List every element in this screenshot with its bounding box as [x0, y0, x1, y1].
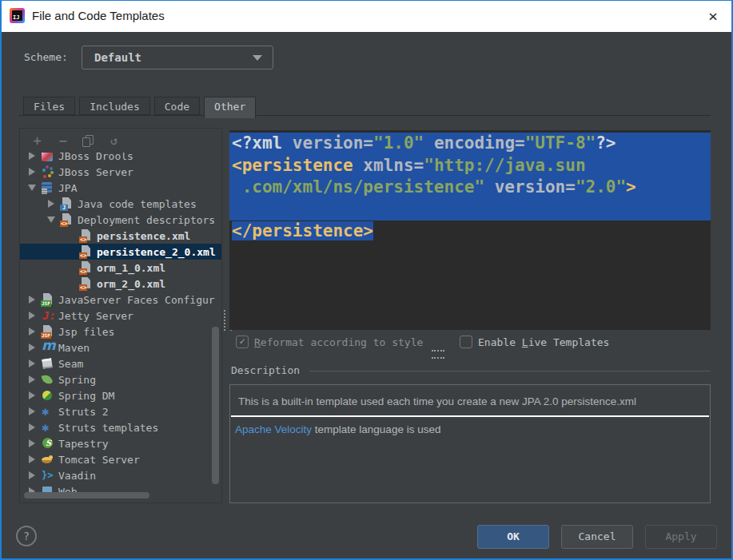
- tree-item-struts-2[interactable]: Struts 2: [20, 403, 221, 419]
- tree-item-jboss-drools[interactable]: JBoss Drools: [20, 153, 221, 164]
- tapestry-icon: [41, 437, 54, 450]
- tree-item-orm-1-0-xml[interactable]: orm_1_0.xml: [20, 260, 221, 276]
- code-line-5: </persistence>: [229, 220, 711, 243]
- chevron-down-icon: [253, 55, 262, 61]
- ok-button[interactable]: OK: [477, 525, 549, 549]
- code-line-3: .com/xml/ns/persistence" version="2.0">: [229, 177, 711, 199]
- chevron-collapsed-icon[interactable]: [23, 407, 41, 415]
- tree-item-struts-templates[interactable]: Struts templates: [20, 419, 221, 435]
- apache-velocity-link[interactable]: Apache Velocity: [235, 423, 312, 435]
- reset-icon[interactable]: ↺: [107, 134, 121, 148]
- maven-icon: [41, 341, 54, 354]
- editor-splitter-handle[interactable]: [432, 350, 444, 359]
- tree-item-java-code-templates[interactable]: Java code templates: [20, 196, 221, 212]
- chevron-collapsed-icon[interactable]: [23, 312, 41, 320]
- tree-item-deployment-descriptors[interactable]: Deployment descriptors: [20, 212, 221, 228]
- chevron-collapsed-icon[interactable]: [23, 391, 41, 399]
- tree-item-spring[interactable]: Spring: [20, 371, 221, 387]
- tree-item-label: persistence_2_0.xml: [97, 246, 216, 258]
- intellij-logo-icon: [10, 8, 25, 23]
- vaadin-icon: [41, 469, 54, 482]
- reformat-checkbox[interactable]: ✓: [236, 336, 249, 348]
- spring-icon: [41, 373, 54, 386]
- tree-item-orm-2-0-xml[interactable]: orm_2_0.xml: [20, 276, 221, 292]
- tree-item-spring-dm[interactable]: Spring DM: [20, 387, 221, 403]
- tree-item-label: JBoss Server: [58, 166, 133, 178]
- jetty-icon: [41, 309, 54, 322]
- chevron-collapsed-icon[interactable]: [23, 168, 41, 176]
- tree-item-vaadin[interactable]: Vaadin: [20, 467, 221, 483]
- tree-item-label: Struts templates: [58, 422, 158, 434]
- chevron-collapsed-icon[interactable]: [23, 455, 41, 463]
- file-jsf-icon: [41, 293, 54, 306]
- jboss-drools-icon: [41, 153, 54, 162]
- tree-item-label: Spring: [58, 374, 96, 386]
- tree-item-javaserver-faces-configur[interactable]: JavaServer Faces Configur: [20, 292, 221, 308]
- tree-item-seam[interactable]: Seam: [20, 355, 221, 371]
- tree-scroll-area[interactable]: JBoss DroolsJBoss ServerJPAJava code tem…: [20, 153, 221, 502]
- tree-toolbar: +−↺: [20, 129, 221, 153]
- description-text: This is a built-in template used each ti…: [238, 395, 636, 407]
- scheme-combobox[interactable]: Default: [82, 46, 273, 70]
- chevron-collapsed-icon[interactable]: [23, 328, 41, 336]
- tree-item-label: Vaadin: [58, 470, 96, 482]
- titlebar: File and Code Templates ×: [0, 0, 733, 32]
- tree-item-tapestry[interactable]: Tapestry: [20, 435, 221, 451]
- reformat-checkbox-label: Reformat according to style: [254, 336, 423, 348]
- chevron-expanded-icon[interactable]: [23, 185, 41, 191]
- template-code-editor[interactable]: <?xml version="1.0" encoding="UTF-8"?><p…: [229, 130, 711, 330]
- tab-includes[interactable]: Includes: [79, 97, 150, 115]
- tree-item-persistence-2-0-xml[interactable]: persistence_2_0.xml: [20, 244, 221, 260]
- file-xml-icon: [79, 245, 92, 258]
- close-icon[interactable]: ×: [701, 4, 725, 28]
- add-icon[interactable]: +: [30, 134, 44, 148]
- tab-bar: FilesIncludesCodeOther: [23, 97, 256, 118]
- file-xml-icon: [79, 277, 92, 290]
- description-panel: This is a built-in template used each ti…: [229, 384, 711, 503]
- tab-code[interactable]: Code: [154, 97, 200, 115]
- tree-item-jetty-server[interactable]: Jetty Server: [20, 308, 221, 324]
- tree-item-label: orm_2_0.xml: [97, 278, 165, 290]
- chevron-collapsed-icon[interactable]: [23, 375, 41, 383]
- chevron-collapsed-icon[interactable]: [23, 344, 41, 351]
- file-xml-icon: [79, 261, 92, 274]
- tree-item-label: Spring DM: [58, 390, 114, 402]
- tree-item-jpa[interactable]: JPA: [20, 180, 221, 196]
- chevron-collapsed-icon[interactable]: [23, 359, 41, 367]
- file-xml-icon: [60, 213, 73, 226]
- chevron-collapsed-icon[interactable]: [23, 296, 41, 304]
- chevron-collapsed-icon[interactable]: [42, 200, 60, 208]
- tree-item-label: JPA: [58, 182, 77, 194]
- live-templates-checkbox[interactable]: [460, 336, 472, 348]
- tree-item-jboss-server[interactable]: JBoss Server: [20, 164, 221, 180]
- remove-icon[interactable]: −: [56, 134, 70, 148]
- tree-item-label: JBoss Drools: [58, 153, 133, 162]
- tab-other[interactable]: Other: [204, 97, 256, 118]
- tree-item-label: persistence.xml: [97, 230, 190, 242]
- chevron-collapsed-icon[interactable]: [23, 471, 41, 479]
- tree-item-tomcat-server[interactable]: Tomcat Server: [20, 451, 221, 467]
- chevron-collapsed-icon[interactable]: [23, 439, 41, 447]
- horizontal-scrollbar[interactable]: [24, 492, 149, 498]
- tab-files[interactable]: Files: [23, 97, 75, 115]
- help-button[interactable]: ?: [16, 526, 37, 546]
- templates-tree-panel: +−↺ JBoss DroolsJBoss ServerJPAJava code…: [19, 128, 222, 503]
- tree-item-label: Deployment descriptors: [78, 214, 215, 226]
- code-line-2: <persistence xmlns="http://java.sun: [229, 155, 711, 177]
- tree-item-label: Jsp files: [58, 326, 114, 338]
- chevron-collapsed-icon[interactable]: [23, 423, 41, 431]
- vertical-scrollbar[interactable]: [212, 327, 219, 484]
- apply-button[interactable]: Apply: [645, 525, 717, 549]
- tree-item-persistence-xml[interactable]: persistence.xml: [20, 228, 221, 244]
- tree-item-maven[interactable]: Maven: [20, 340, 221, 355]
- tree-item-label: Struts 2: [58, 406, 109, 418]
- tree-item-label: orm_1_0.xml: [97, 262, 165, 274]
- file-jsp-icon: [41, 325, 54, 338]
- copy-icon[interactable]: [82, 134, 95, 148]
- tree-item-label: Seam: [58, 358, 83, 370]
- chevron-expanded-icon[interactable]: [42, 216, 60, 223]
- struts-icon: [41, 405, 54, 418]
- tomcat-icon: [41, 453, 54, 466]
- chevron-collapsed-icon[interactable]: [23, 153, 41, 160]
- cancel-button[interactable]: Cancel: [561, 525, 633, 549]
